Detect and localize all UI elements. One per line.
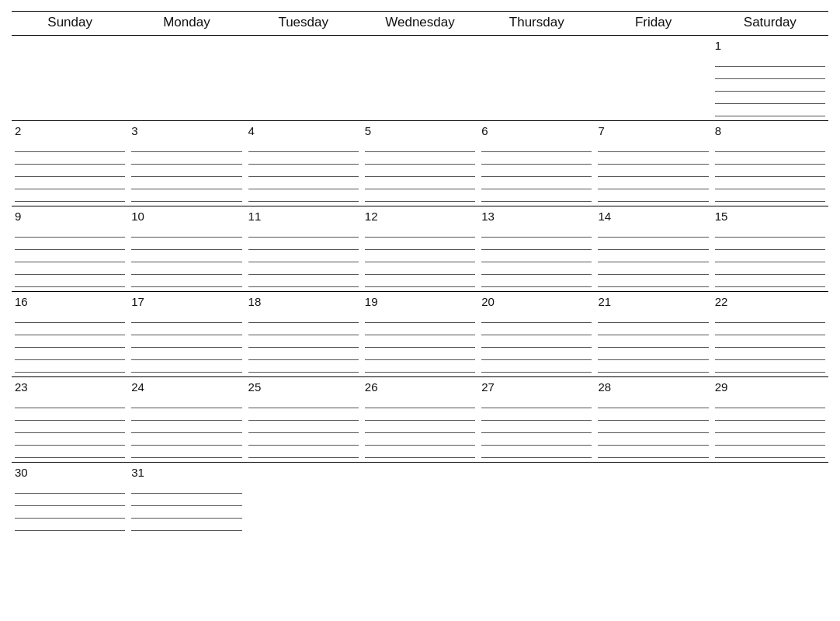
date-number-30: 30 [15,466,125,479]
day-cell-30: 30 [12,463,128,536]
day-cell-9: 9 [12,206,128,292]
empty-cell [128,36,245,121]
cell-line [248,348,359,360]
cell-line [481,360,592,373]
cell-line [248,433,359,446]
day-cell-20: 20 [478,292,595,377]
cell-line [481,323,592,335]
cell-line [481,189,592,202]
cell-line [248,396,359,408]
cell-lines-7 [598,140,708,202]
day-cell-13: 13 [478,206,595,292]
cell-line [248,262,359,275]
cell-lines-3 [131,140,241,202]
cell-line [15,421,125,433]
cell-line [248,408,359,421]
cell-line [365,310,475,323]
cell-line [15,348,125,360]
cell-line [715,177,825,189]
cell-line [481,152,592,165]
week-row-2: 9101112131415 [12,206,828,292]
cell-line [715,433,825,446]
cell-line [715,421,825,433]
cell-line [248,140,359,152]
calendar-table: SundayMondayTuesdayWednesdayThursdayFrid… [12,11,828,536]
empty-cell [362,36,478,121]
cell-lines-22 [715,310,825,373]
date-number-15: 15 [715,210,825,223]
cell-line [481,433,592,446]
cell-line [598,238,708,250]
cell-line [365,275,475,287]
date-number-17: 17 [131,295,241,308]
day-headers-row: SundayMondayTuesdayWednesdayThursdayFrid… [12,12,828,36]
cell-line [131,348,241,360]
day-cell-18: 18 [245,292,362,377]
cell-line [598,446,708,458]
date-number-18: 18 [248,295,359,308]
date-number-13: 13 [481,210,592,223]
cell-line [365,177,475,189]
cell-line [15,446,125,458]
empty-cell [245,463,362,536]
cell-line [715,140,825,152]
date-number-16: 16 [15,295,125,308]
date-number-3: 3 [131,124,241,137]
cell-line [598,189,708,202]
cell-line [715,408,825,421]
cell-line [15,323,125,335]
cell-line [365,189,475,202]
cell-line [481,177,592,189]
cell-lines-12 [365,225,475,287]
cell-lines-14 [598,225,708,287]
date-number-10: 10 [131,210,241,223]
date-number-1: 1 [715,39,825,52]
cell-line [15,177,125,189]
cell-line [248,335,359,348]
cell-line [481,238,592,250]
cell-lines-5 [365,140,475,202]
cell-line [365,335,475,348]
empty-cell [478,463,595,536]
cell-line [481,421,592,433]
cell-lines-25 [248,396,359,458]
cell-line [15,225,125,238]
cell-line [248,225,359,238]
cell-line [131,323,241,335]
cell-line [131,250,241,262]
cell-line [598,225,708,238]
cell-line [248,238,359,250]
cell-line [131,177,241,189]
cell-lines-17 [131,310,241,373]
cell-line [248,275,359,287]
day-cell-2: 2 [12,121,128,206]
day-cell-27: 27 [478,377,595,463]
cell-line [481,408,592,421]
cell-line [715,348,825,360]
cell-line [248,177,359,189]
day-cell-21: 21 [595,292,711,377]
day-cell-4: 4 [245,121,362,206]
date-number-25: 25 [248,380,359,394]
cell-line [131,140,241,152]
cell-line [131,225,241,238]
cell-line [715,250,825,262]
cell-lines-24 [131,396,241,458]
cell-line [131,165,241,177]
cell-line [15,408,125,421]
cell-lines-18 [248,310,359,373]
day-cell-15: 15 [712,206,828,292]
day-cell-1: 1 [712,36,828,121]
cell-line [598,348,708,360]
day-cell-19: 19 [362,292,478,377]
cell-line [598,433,708,446]
cell-line [15,519,125,531]
date-number-24: 24 [131,380,241,394]
day-header-tuesday: Tuesday [245,12,362,36]
date-number-11: 11 [248,210,359,223]
cell-line [365,250,475,262]
date-number-27: 27 [481,380,592,394]
day-cell-6: 6 [478,121,595,206]
date-number-31: 31 [131,466,241,479]
cell-line [248,152,359,165]
